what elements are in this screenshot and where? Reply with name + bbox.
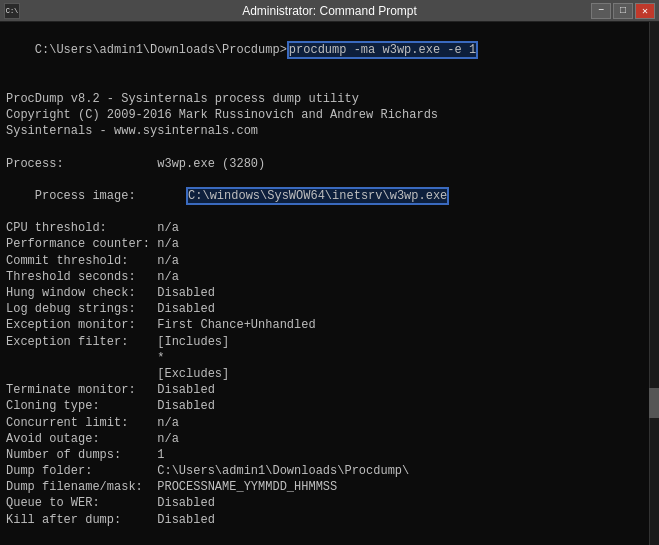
output-line-4: Sysinternals - www.sysinternals.com <box>6 123 653 139</box>
output-line-1 <box>6 75 653 91</box>
process-line: Process: w3wp.exe (3280) <box>6 156 653 172</box>
cmd-icon: C:\ <box>4 3 20 19</box>
perf-line: Performance counter: n/a <box>6 236 653 252</box>
console-window: C:\Users\admin1\Downloads\Procdump>procd… <box>0 22 659 545</box>
includes-line: * <box>6 350 653 366</box>
avoid-line: Number of dumps: 1 <box>6 447 653 463</box>
concurrent-line: Avoid outage: n/a <box>6 431 653 447</box>
exception-mon-line: Exception monitor: First Chance+Unhandle… <box>6 317 653 333</box>
wildcard-line: [Excludes] <box>6 366 653 382</box>
close-button[interactable]: ✕ <box>635 3 655 19</box>
queue-wer-line: Kill after dump: Disabled <box>6 512 653 528</box>
log-line: Log debug strings: Disabled <box>6 301 653 317</box>
maximize-button[interactable]: □ <box>613 3 633 19</box>
process-image-value: C:\windows\SysWOW64\inetsrv\w3wp.exe <box>186 187 449 205</box>
title-bar: C:\ Administrator: Command Prompt − □ ✕ <box>0 0 659 22</box>
output-line-blank1 <box>6 139 653 155</box>
command-text: procdump -ma w3wp.exe -e 1 <box>287 41 478 59</box>
exception-filter-line: Exception filter: [Includes] <box>6 334 653 350</box>
prompt: C:\Users\admin1\Downloads\Procdump> <box>35 43 287 57</box>
title-bar-left: C:\ <box>4 3 20 19</box>
command-line: C:\Users\admin1\Downloads\Procdump>procd… <box>6 26 653 75</box>
terminate-mon-line: Cloning type: Disabled <box>6 398 653 414</box>
cloning-line: Concurrent limit: n/a <box>6 415 653 431</box>
minimize-button[interactable]: − <box>591 3 611 19</box>
scrollbar-thumb[interactable] <box>649 388 659 418</box>
scrollbar[interactable] <box>649 22 659 545</box>
num-dumps-line: Dump folder: C:\Users\admin1\Downloads\P… <box>6 463 653 479</box>
dump-mask-line: Queue to WER: Disabled <box>6 495 653 511</box>
excludes-line: Terminate monitor: Disabled <box>6 382 653 398</box>
dump-folder-line: Dump filename/mask: PROCESSNAME_YYMMDD_H… <box>6 479 653 495</box>
threshold-line: Threshold seconds: n/a <box>6 269 653 285</box>
cpu-line: CPU threshold: n/a <box>6 220 653 236</box>
process-image-line: Process image: C:\windows\SysWOW64\inets… <box>6 172 653 221</box>
window-title: Administrator: Command Prompt <box>0 4 659 18</box>
window-controls: − □ ✕ <box>591 3 655 19</box>
output-line-3: Copyright (C) 2009-2016 Mark Russinovich… <box>6 107 653 123</box>
hung-line: Hung window check: Disabled <box>6 285 653 301</box>
output-line-2: ProcDump v8.2 - Sysinternals process dum… <box>6 91 653 107</box>
blank2 <box>6 528 653 544</box>
commit-line: Commit threshold: n/a <box>6 253 653 269</box>
